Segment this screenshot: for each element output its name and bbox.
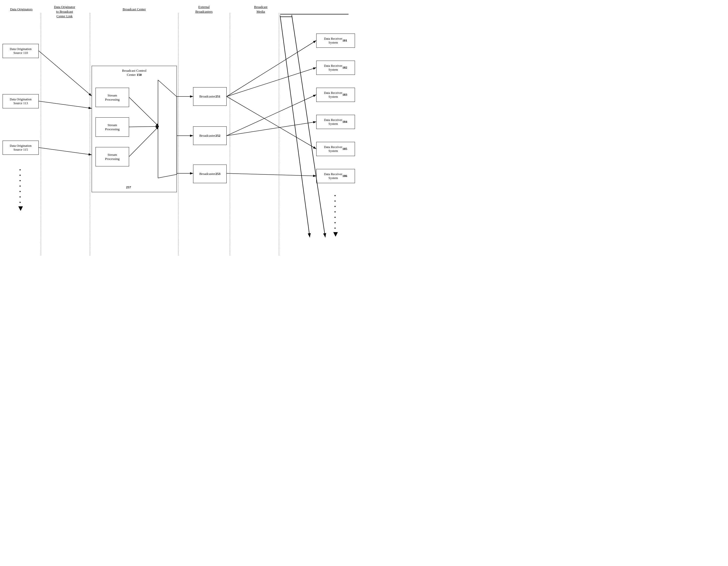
svg-line-19 [227, 122, 316, 136]
stream-processing-1: StreamProcessing [96, 88, 129, 107]
svg-line-15 [227, 41, 316, 97]
arrow-down-originators: ▼ [17, 204, 25, 213]
receiver-183: Data ReceiverSystem 183 [316, 88, 355, 102]
col-header-broadcast-media: BroadcastMedia [245, 5, 276, 14]
svg-line-16 [227, 68, 316, 97]
receiver-182: Data ReceiverSystem 182 [316, 61, 355, 75]
svg-line-17 [227, 95, 316, 136]
svg-line-18 [227, 97, 316, 149]
diagram: Data Originators Data Originatorto Broad… [0, 0, 364, 283]
receiver-181: Data ReceiverSystem 181 [316, 34, 355, 48]
broadcaster-252: Broadcaster252 [193, 126, 227, 145]
col-header-external-broadcasters: ExternalBroadcasters [183, 5, 225, 14]
svg-line-2 [39, 101, 92, 108]
column-line-originators [41, 13, 41, 256]
source-110: Data OriginationSource 110 [3, 44, 39, 58]
source-113: Data OriginationSource 113 [3, 94, 39, 108]
stream-processing-2: StreamProcessing [96, 117, 129, 137]
broadcaster-251: Broadcaster251 [193, 87, 227, 106]
col-header-data-originators: Data Originators [3, 7, 40, 11]
receiver-184: Data ReceiverSystem 184 [316, 115, 355, 129]
svg-line-24 [280, 15, 310, 237]
broadcaster-253: Broadcaster253 [193, 165, 227, 183]
svg-line-20 [227, 173, 316, 176]
label-257: 257 [126, 185, 131, 189]
column-line-broadcast-center [178, 13, 178, 256]
arrows-svg [0, 0, 364, 283]
svg-line-3 [39, 148, 92, 155]
stream-processing-3: StreamProcessing [96, 147, 129, 166]
column-line-broadcast-media [279, 13, 279, 256]
receiver-186: Data ReceiverSystem 186 [316, 169, 355, 183]
col-header-broadcast-center: Broadcast Center [108, 7, 160, 11]
arrow-down-receivers: ▼ [332, 230, 339, 239]
svg-line-1 [39, 51, 92, 96]
col-header-link: Data Originatorto BroadcastCenter Link [44, 5, 85, 19]
column-line-external-broadcasters [230, 13, 230, 256]
receiver-185: Data ReceiverSystem 185 [316, 142, 355, 156]
source-115: Data OriginationSource 115 [3, 141, 39, 155]
